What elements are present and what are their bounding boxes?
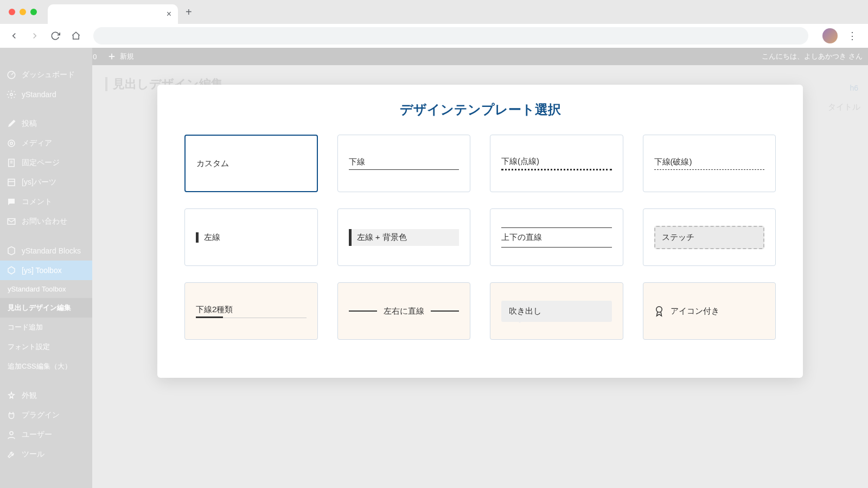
- new-content-link[interactable]: 新規: [107, 52, 134, 61]
- sidebar-item-label: [ys] Toolbox: [22, 266, 62, 275]
- sidebar-item-label: yStandard: [22, 90, 56, 99]
- template-label: 下線(点線): [501, 156, 539, 166]
- template-card-stitch[interactable]: ステッチ: [643, 208, 776, 266]
- sidebar-item-label: 見出しデザイン編集: [8, 303, 71, 313]
- window-controls: [9, 9, 37, 15]
- sidebar-item-ysblocks[interactable]: yStandard Blocks: [0, 241, 92, 261]
- sidebar-item-label: [ys]パーツ: [22, 178, 56, 187]
- svg-point-3: [8, 140, 15, 147]
- template-card-underline2[interactable]: 下線2種類: [184, 282, 318, 340]
- profile-avatar[interactable]: [822, 28, 838, 43]
- window-minimize-button[interactable]: [20, 9, 26, 15]
- sidebar-sub-css[interactable]: 追加CSS編集（大）: [0, 357, 92, 376]
- forward-button[interactable]: [27, 28, 42, 43]
- sidebar-item-label: お問い合わせ: [22, 217, 67, 226]
- svg-point-2: [10, 93, 13, 96]
- browser-tab-bar: × +: [0, 0, 868, 24]
- template-label: 左線 + 背景色: [357, 232, 407, 242]
- comment-count: 0: [93, 53, 97, 61]
- template-card-leftborder-bg[interactable]: 左線 + 背景色: [337, 208, 471, 266]
- new-label: 新規: [120, 52, 134, 61]
- sidebar-item-ystandard[interactable]: yStandard: [0, 85, 92, 104]
- template-label: 左線: [204, 232, 220, 242]
- browser-chrome: × + ⋮: [0, 0, 868, 48]
- svg-rect-6: [8, 179, 15, 186]
- sidebar-item-ysparts[interactable]: [ys]パーツ: [0, 173, 92, 192]
- sidebar-item-users[interactable]: ユーザー: [0, 425, 92, 445]
- sidebar-sub-font[interactable]: フォント設定: [0, 337, 92, 357]
- decorative-line: [431, 310, 459, 312]
- wp-admin: yStandard 0 新規 こんにちは、よしあかつき さん ダッシュボード y…: [0, 48, 868, 488]
- sidebar-item-label: 固定ページ: [22, 158, 60, 168]
- template-label: カスタム: [196, 159, 229, 168]
- sidebar-item-label: 追加CSS編集（大）: [8, 362, 72, 371]
- sidebar-item-label: ダッシュボード: [22, 70, 75, 80]
- template-label: ステッチ: [662, 232, 694, 242]
- user-greeting[interactable]: こんにちは、よしあかつき さん: [762, 52, 863, 61]
- sidebar-item-label: プラグイン: [22, 410, 60, 420]
- sidebar-item-posts[interactable]: 投稿: [0, 114, 92, 134]
- sidebar-item-contact[interactable]: お問い合わせ: [0, 212, 92, 231]
- svg-point-4: [10, 142, 13, 145]
- sidebar-item-label: yStandard Toolbox: [8, 285, 66, 293]
- browser-tab[interactable]: ×: [48, 4, 178, 24]
- sidebar-item-appearance[interactable]: 外観: [0, 386, 92, 405]
- sidebar-item-label: yStandard Blocks: [22, 246, 81, 255]
- design-template-modal: デザインテンプレート選択 カスタム 下線 下線(点線) 下線(破線): [157, 85, 803, 378]
- sidebar-item-pages[interactable]: 固定ページ: [0, 153, 92, 173]
- template-label: アイコン付き: [671, 306, 719, 316]
- svg-point-9: [10, 432, 13, 435]
- template-card-underline-dotted[interactable]: 下線(点線): [490, 135, 623, 192]
- home-button[interactable]: [68, 28, 84, 43]
- template-card-underline-dashed[interactable]: 下線(破線): [643, 135, 776, 192]
- window-maximize-button[interactable]: [30, 9, 37, 15]
- template-label: 下線(破線): [654, 157, 692, 166]
- sidebar-sub-toolbox[interactable]: yStandard Toolbox: [0, 280, 92, 298]
- sidebar-item-label: ツール: [22, 449, 44, 459]
- reload-button[interactable]: [48, 28, 63, 43]
- sidebar-item-label: メディア: [22, 138, 52, 148]
- sidebar-item-ystoolbox[interactable]: [ys] Toolbox: [0, 261, 92, 280]
- window-close-button[interactable]: [9, 9, 15, 15]
- template-card-custom[interactable]: カスタム: [184, 135, 318, 192]
- sidebar-item-label: 投稿: [22, 119, 37, 129]
- tab-close-icon[interactable]: ×: [167, 9, 171, 19]
- sidebar-item-label: 外観: [22, 391, 37, 401]
- wp-sidebar: ダッシュボード yStandard 投稿 メディア 固定ページ [ys]パーツ …: [0, 48, 92, 488]
- template-label: 下線2種類: [196, 305, 233, 314]
- modal-title: デザインテンプレート選択: [184, 101, 776, 118]
- template-card-speech[interactable]: 吹き出し: [490, 282, 623, 340]
- template-card-sidelines[interactable]: 左右に直線: [337, 282, 471, 340]
- template-label: 吹き出し: [509, 306, 541, 315]
- template-card-leftborder[interactable]: 左線: [184, 208, 318, 266]
- browser-toolbar: ⋮: [0, 24, 868, 48]
- sidebar-item-label: コメント: [22, 197, 52, 207]
- address-bar[interactable]: [93, 27, 808, 45]
- browser-menu-button[interactable]: ⋮: [843, 30, 861, 42]
- template-label: 下線: [349, 157, 365, 166]
- sidebar-item-tools[interactable]: ツール: [0, 445, 92, 464]
- wp-adminbar: yStandard 0 新規 こんにちは、よしあかつき さん: [0, 48, 868, 65]
- modal-overlay[interactable]: デザインテンプレート選択 カスタム 下線 下線(点線) 下線(破線): [92, 65, 868, 488]
- sidebar-sub-heading-design[interactable]: 見出しデザイン編集: [0, 298, 92, 318]
- template-card-updown[interactable]: 上下の直線: [490, 208, 623, 266]
- sidebar-item-plugins[interactable]: プラグイン: [0, 405, 92, 425]
- template-label: 左右に直線: [384, 306, 424, 316]
- sidebar-item-label: フォント設定: [8, 342, 50, 352]
- template-label: 上下の直線: [501, 232, 542, 242]
- wp-content: 見出しデザイン編集 h6 タイトル デザインテンプレート選択 カスタム 下線 下…: [92, 48, 868, 488]
- sidebar-item-label: ユーザー: [22, 430, 52, 440]
- sidebar-item-media[interactable]: メディア: [0, 134, 92, 153]
- template-card-underline[interactable]: 下線: [337, 135, 471, 192]
- template-card-icon[interactable]: アイコン付き: [643, 282, 776, 340]
- award-icon: [654, 305, 664, 318]
- back-button[interactable]: [7, 28, 22, 43]
- sidebar-item-label: コード追加: [8, 322, 43, 332]
- decorative-line: [349, 310, 377, 312]
- sidebar-item-comments[interactable]: コメント: [0, 192, 92, 212]
- svg-marker-8: [8, 267, 15, 274]
- template-grid: カスタム 下線 下線(点線) 下線(破線) 左線: [184, 135, 776, 340]
- sidebar-sub-code-add[interactable]: コード追加: [0, 318, 92, 337]
- sidebar-item-dashboard[interactable]: ダッシュボード: [0, 65, 92, 85]
- new-tab-button[interactable]: +: [186, 6, 192, 18]
